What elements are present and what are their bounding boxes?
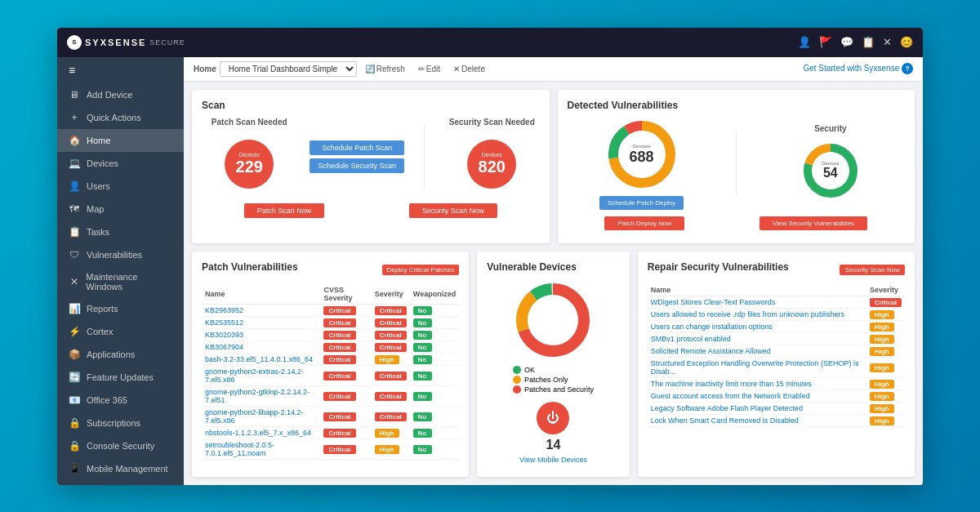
- table-row: bash-3.2-33.el5_11.4.0.1.x86_64 Critical…: [202, 353, 459, 365]
- repair-col-name: Name: [648, 284, 866, 296]
- table-row: gnome-python2-gtkinp-2.2.14.2-7.el51 Cri…: [202, 385, 459, 406]
- patch-name-link[interactable]: KB2535512: [205, 318, 243, 327]
- power-button[interactable]: ⏻: [537, 402, 569, 434]
- clipboard-icon[interactable]: 📋: [862, 36, 875, 48]
- repair-name-link[interactable]: SMBv1 protocol enabled: [651, 335, 731, 343]
- chat-icon[interactable]: 💬: [840, 36, 853, 48]
- schedule-security-scan-button[interactable]: Schedule Security Scan: [310, 158, 404, 173]
- get-started-link[interactable]: Get Started with Syxsense ?: [803, 63, 913, 74]
- flag-icon[interactable]: 🚩: [819, 36, 832, 48]
- repair-name-link[interactable]: Guest account access from the Network En…: [651, 392, 810, 400]
- security-scan-section: Security Scan Needed Devices 820: [444, 118, 539, 197]
- repair-name-link[interactable]: Users can change installation options: [651, 323, 773, 331]
- table-row: nbstools-1.1.2.3.el5_7.x_x86_64 Critical…: [202, 426, 459, 439]
- close-icon[interactable]: ✕: [883, 36, 892, 48]
- sidebar-label-reports: Reports: [87, 304, 118, 314]
- repair-name-link[interactable]: Structured Exception Handling Overwrite …: [651, 359, 859, 376]
- view-mobile-link[interactable]: View Mobile Devices: [519, 456, 587, 464]
- refresh-button[interactable]: 🔄 Refresh: [360, 63, 410, 75]
- sidebar-item-devices[interactable]: 💻 Devices: [57, 152, 184, 175]
- sidebar-item-home[interactable]: 🏠 Home: [57, 129, 184, 152]
- office365-icon: 📧: [69, 394, 80, 406]
- sidebar-label-console-security: Console Security: [87, 441, 154, 451]
- vulnerable-devices-card: Vulnerable Devices: [477, 252, 630, 477]
- scan-title: Scan: [202, 100, 540, 111]
- users-icon: 👤: [69, 180, 80, 192]
- view-security-vulns-button[interactable]: View Security Vulnerabilities: [760, 216, 867, 230]
- sidebar-label-cortex: Cortex: [87, 327, 113, 336]
- repair-name-link[interactable]: Users allowed to receive .rdp files from…: [651, 310, 844, 318]
- repair-name-link[interactable]: Lock When Smart Card Removed is Disabled: [651, 416, 799, 425]
- vuln-security-section: Security Devices 54: [756, 124, 905, 203]
- sidebar-item-reports[interactable]: 📊 Reports: [57, 297, 184, 320]
- sidebar-item-quick-actions[interactable]: + Quick Actions: [57, 106, 184, 129]
- patch-name-link[interactable]: setroubleshoot-2.0.5-7.0.1.el5_11.noam: [205, 441, 274, 457]
- patch-name-link[interactable]: bash-3.2-33.el5_11.4.0.1.x86_64: [205, 355, 313, 363]
- vuln-security-donut: Devices 54: [798, 138, 863, 203]
- patch-scan-now-button[interactable]: Patch Scan Now: [244, 203, 325, 218]
- cvss-badge: Critical: [323, 429, 355, 438]
- edit-button[interactable]: ✏ Edit: [413, 63, 445, 75]
- severity-badge: High: [375, 429, 399, 438]
- weaponized-badge: No: [413, 392, 432, 401]
- patch-name-link[interactable]: KB2963952: [205, 306, 243, 314]
- schedule-patch-scan-button[interactable]: Schedule Patch Scan: [310, 140, 404, 155]
- patch-name-link[interactable]: KB3067904: [205, 343, 243, 351]
- patch-name-link[interactable]: KB3020393: [205, 331, 243, 339]
- severity-badge: High: [375, 445, 399, 454]
- sidebar-item-map[interactable]: 🗺 Map: [57, 198, 184, 220]
- patch-name-link[interactable]: nbstools-1.1.2.3.el5_7.x_x86_64: [205, 429, 311, 437]
- both-dot: [513, 385, 521, 394]
- console-security-icon: 🔒: [69, 440, 80, 452]
- sidebar-item-applications[interactable]: 📦 Applications: [57, 343, 184, 366]
- maintenance-icon: ✕: [69, 276, 79, 287]
- sidebar-item-office365[interactable]: 📧 Office 365: [57, 389, 184, 412]
- table-row: setroubleshoot-2.0.5-7.0.1.el5_11.noam C…: [202, 439, 459, 459]
- patch-vuln-header: Patch Vulnerabilities Deploy Critical Pa…: [202, 261, 459, 279]
- sidebar-item-subscriptions[interactable]: 🔒 Subscriptions: [57, 412, 184, 434]
- sidebar-item-maintenance[interactable]: ✕ Maintenance Windows: [57, 266, 184, 297]
- sidebar-item-console-security[interactable]: 🔒 Console Security: [57, 434, 184, 457]
- cvss-badge: Critical: [323, 392, 355, 401]
- cvss-badge: Critical: [323, 355, 355, 364]
- emoji-icon[interactable]: 😊: [900, 36, 913, 48]
- sidebar-item-add-device[interactable]: 🖥 Add Device: [57, 83, 184, 106]
- deploy-critical-button[interactable]: Deploy Critical Patches: [382, 265, 460, 275]
- sidebar-item-vulnerabilities[interactable]: 🛡 Vulnerabilities: [57, 243, 184, 266]
- sidebar-item-users[interactable]: 👤 Users: [57, 175, 184, 198]
- security-scan-count: 820: [479, 158, 506, 176]
- user-icon[interactable]: 👤: [798, 36, 811, 48]
- repair-name-link[interactable]: Legacy Software Adobe Flash Player Detec…: [651, 404, 803, 412]
- sidebar-label-tasks: Tasks: [87, 227, 109, 237]
- weaponized-badge: No: [413, 445, 432, 454]
- vuln-patch-count: 688: [630, 148, 654, 165]
- patch-deploy-now-button[interactable]: Patch Deploy Now: [604, 216, 684, 230]
- repair-name-link[interactable]: The machine inactivity limit more than 1…: [651, 380, 812, 388]
- sidebar-item-feature-updates[interactable]: 🔄 Feature Updates: [57, 366, 184, 389]
- table-row: KB3020393 Critical Critical No: [202, 328, 459, 341]
- weaponized-badge: No: [413, 318, 432, 327]
- security-scan-now-button[interactable]: Security Scan Now: [409, 203, 497, 218]
- delete-button[interactable]: ✕ Delete: [448, 63, 490, 75]
- col-name: Name: [202, 284, 320, 305]
- table-row: Structured Exception Handling Overwrite …: [648, 357, 905, 377]
- subscriptions-icon: 🔒: [69, 417, 80, 429]
- repair-name-link[interactable]: WDigest Stores Clear-Text Passwords: [651, 298, 776, 306]
- security-scan-now-button2[interactable]: Security Scan Now: [840, 265, 905, 275]
- sidebar-item-tasks[interactable]: 📋 Tasks: [57, 220, 184, 243]
- severity-badge: Critical: [375, 343, 407, 352]
- dashboard-select[interactable]: Home Trial Dashboard Simple: [220, 61, 357, 77]
- patch-name-link[interactable]: gnome-python2-libapp-2.14.2-7.el5.x86: [205, 408, 304, 425]
- repair-severity-badge: Critical: [870, 298, 902, 307]
- table-row: gnome-python2-extras-2.14.2-7.el5.x86 Cr…: [202, 365, 459, 385]
- patch-name-link[interactable]: gnome-python2-extras-2.14.2-7.el5.x86: [205, 367, 304, 384]
- hamburger-icon[interactable]: ≡: [57, 57, 184, 83]
- col-weaponized: Weaponized: [410, 284, 459, 305]
- schedule-patch-deploy-button[interactable]: Schedule Patch Deploy: [599, 196, 684, 210]
- security-devices-label: Devices: [479, 152, 506, 158]
- patch-name-link[interactable]: gnome-python2-gtkinp-2.2.14.2-7.el51: [205, 388, 310, 404]
- repair-severity-badge: High: [870, 363, 894, 372]
- sidebar-item-mobile[interactable]: 📱 Mobile Management: [57, 457, 184, 480]
- sidebar-item-cortex[interactable]: ⚡ Cortex: [57, 320, 184, 343]
- repair-name-link[interactable]: Solicited Remote Assistance Allowed: [651, 347, 771, 355]
